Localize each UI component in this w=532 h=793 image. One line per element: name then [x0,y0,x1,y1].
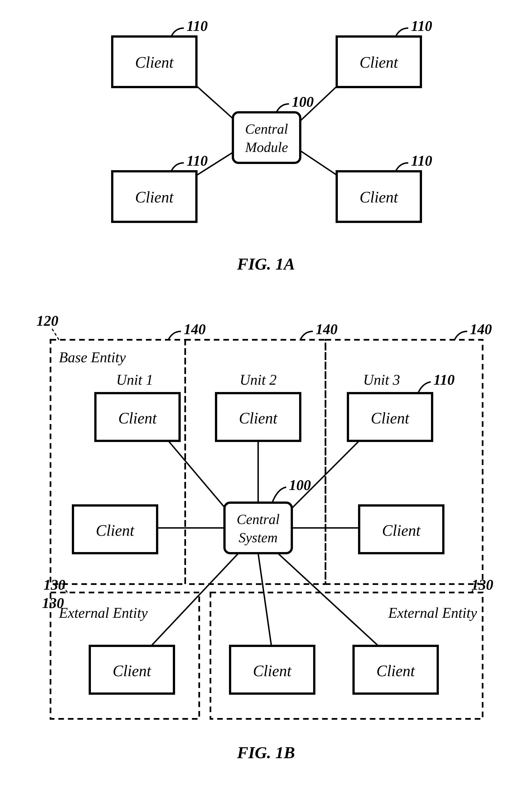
external-entity-right-label: External Entity [388,605,477,621]
svg-rect-17 [225,503,292,553]
svg-text:Client: Client [239,409,278,427]
svg-text:Client: Client [382,522,421,539]
svg-text:Client: Client [371,409,410,427]
client-box-br: Client 110 [337,153,432,222]
client-bl-label: Client [135,188,174,206]
unit1-label: Unit 1 [116,372,153,388]
central-system-box: Central System 100 [225,477,311,553]
client-tl-ref: 110 [187,18,208,34]
client-br-label: Client [360,188,398,206]
client-box-tl: Client 110 [112,18,208,87]
svg-line-15 [258,553,272,651]
figure-1b: Base Entity Unit 1 Unit 2 Unit 3 Externa… [37,313,493,762]
svg-text:Client: Client [118,409,157,427]
external-left-ref-correct: 130 [43,577,65,593]
figure-1a: Central Module 100 Client 110 Client 110… [112,18,432,273]
svg-line-16 [278,553,384,651]
client-br-ref: 110 [411,153,432,169]
client-bl-ref: 110 [187,153,208,169]
client-box-tr: Client 110 [337,18,432,87]
central-module-box: Central Module 100 [233,94,314,163]
external-right-ref: 130 [471,577,493,593]
svg-rect-4 [233,112,300,163]
unit3-ref: 140 [470,321,492,337]
client-ext-left: Client [90,646,174,694]
client-u3-top-ref: 110 [434,372,455,388]
client-tl-label: Client [135,54,174,71]
central-system-ref: 100 [289,477,311,493]
external-entity-left-label: External Entity [59,605,148,621]
unit2-label: Unit 2 [240,372,277,388]
svg-text:Client: Client [113,662,152,680]
client-u1-top: Client [95,393,179,441]
unit2-ref: 140 [316,321,338,337]
external-left-ref: 130 [42,595,64,611]
svg-text:Client: Client [96,522,135,539]
central-system-label-line2: System [239,530,278,545]
svg-line-14 [146,553,239,651]
client-tr-ref: 110 [411,18,432,34]
base-entity-label: Base Entity [59,349,126,365]
central-module-label-line1: Central [245,121,288,137]
unit3-label: Unit 3 [363,372,400,388]
client-tr-label: Client [360,54,398,71]
svg-text:Client: Client [377,662,415,680]
diagram-canvas: Central Module 100 Client 110 Client 110… [0,0,532,793]
client-ext-right-l: Client [230,646,314,694]
client-u2-top: Client [216,393,300,441]
fig1b-caption: FIG. 1B [237,743,295,762]
unit1-ref: 140 [184,321,206,337]
fig1a-caption: FIG. 1A [237,255,295,273]
central-module-ref: 100 [292,94,314,110]
client-ext-right-r: Client [354,646,438,694]
central-system-label-line1: Central [237,511,280,527]
client-u1-bot: Client [73,505,157,553]
central-module-label-line2: Module [245,139,288,155]
base-entity-ref: 120 [37,313,58,329]
client-u3-bot: Client [359,505,443,553]
svg-text:Client: Client [253,662,292,680]
svg-line-9 [168,441,230,514]
client-box-bl: Client 110 [112,153,208,222]
